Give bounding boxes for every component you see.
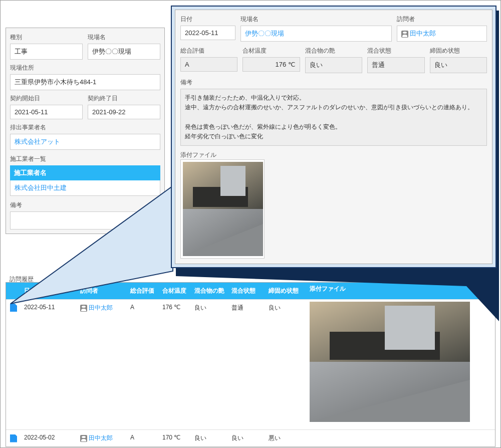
eval-value: A [180,57,237,72]
row1-temp: 170 ℃ [159,430,191,446]
gloss-label: 混合物の艶 [305,47,362,55]
person-icon [80,435,87,442]
site-label: 現場名 [88,33,160,42]
gloss-value: 良い [305,57,362,73]
svg-marker-1 [11,186,173,304]
temp-value: 176 ℃ [242,57,300,72]
person-icon [401,31,408,38]
end-date-value: 2021-09-22 [88,105,160,119]
svg-rect-4 [220,166,245,196]
end-date-label: 契約終了日 [88,94,160,103]
callout-wedge [8,186,178,306]
contractors-section-label: 施工業者一覧 [10,155,160,163]
compaction-value: 良い [430,57,487,73]
row1-date: 2022-05-02 [21,430,77,446]
compaction-label: 締固め状態 [430,47,487,55]
detail-remarks-label: 備考 [180,78,487,87]
detail-visitor-link[interactable]: 田中太郎 [397,26,487,42]
site-value: 伊勢〇〇現場 [88,44,160,60]
row1-comp: 悪い [266,430,308,446]
detail-visitor-name: 田中太郎 [410,30,436,37]
emitter-label: 排出事業者名 [10,123,160,132]
mix-label: 混合状態 [367,47,424,55]
address-value: 三重県伊勢市小木待ち484-1 [10,74,160,90]
detail-visitor-label: 訪問者 [397,15,487,24]
detail-site-link[interactable]: 伊勢〇〇現場 [240,26,392,42]
temp-label: 合材温度 [242,47,300,55]
start-date-label: 契約開始日 [10,94,83,103]
row1-mix: 良い [228,430,266,446]
row1-gloss: 良い [191,430,228,446]
attachment-strip [180,159,265,259]
type-label: 種別 [10,33,83,42]
attachment-thumb-2[interactable] [183,209,263,256]
contractors-header: 施工業者名 [10,165,160,180]
visit-detail-popup: 日付 2022-05-11 現場名 伊勢〇〇現場 訪問者 田中太郎 総合評価 A… [171,6,496,268]
type-value: 工事 [10,44,83,60]
eval-label: 総合評価 [180,47,237,55]
doc-icon[interactable] [10,434,17,442]
detail-date-value: 2022-05-11 [180,26,235,40]
start-date-value: 2021-05-11 [10,105,83,119]
address-label: 現場住所 [10,64,160,72]
table-row[interactable]: 2022-05-02 田中太郎 A 170 ℃ 良い 良い 悪い [6,429,495,446]
row1-visitor[interactable]: 田中太郎 [77,430,127,446]
attachment-thumb-1[interactable] [183,162,263,209]
row0-attach-2[interactable] [310,362,470,422]
detail-date-label: 日付 [180,15,235,24]
row1-eval: A [127,430,159,446]
emitter-link[interactable]: 株式会社アット [10,134,160,150]
detail-remarks-text: 手引き舗装だったため、中温化入りで対応。 途中、遠方からの合材運搬のせいか、アス… [180,89,487,146]
mix-value: 普通 [367,57,424,73]
detail-site-label: 現場名 [240,15,392,24]
attach-label: 添付ファイル [180,151,216,158]
